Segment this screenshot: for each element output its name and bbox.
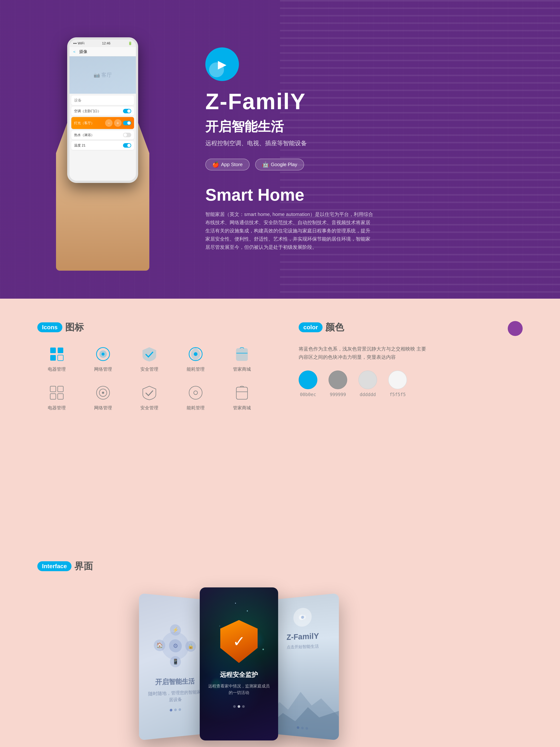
device-item-3[interactable]: 温度 21 xyxy=(71,141,134,150)
network-mgmt-label: 网络管理 xyxy=(94,366,112,372)
device-name-2: 热水（淋浴） xyxy=(74,133,94,137)
device-item-0[interactable]: 空调（主卧门口） xyxy=(71,107,134,115)
middle-section: Icons 图标 电器管理 xyxy=(0,299,560,560)
dot-0 xyxy=(170,709,172,711)
swatch-blue: 00b0ec xyxy=(299,370,317,397)
right-screen-content: Z-FamilY 点击开始智能生活 xyxy=(269,593,339,741)
network-mgmt-outline-item[interactable]: 网络管理 xyxy=(84,383,123,411)
svg-point-17 xyxy=(189,386,202,399)
app-logo-bubble xyxy=(209,62,224,77)
right-app-logo xyxy=(294,607,312,627)
lightgray-hex: dddddd xyxy=(360,392,376,397)
svg-rect-12 xyxy=(50,394,56,399)
right-app-name: Z-FamilY xyxy=(286,632,319,642)
phone-device-label: 设备 xyxy=(71,96,134,105)
left-screen-content: ⚡ 📱 🏠 🔒 ⚙ 开启智能生活 随时随地，管理您的智能家居设备 xyxy=(139,593,208,741)
gray-circle xyxy=(329,370,347,389)
shop-outline-icon xyxy=(233,383,251,402)
svg-point-6 xyxy=(102,353,104,356)
toggle-0[interactable] xyxy=(123,109,131,113)
device-section-label: 设备 xyxy=(74,98,82,103)
outline-icons-grid: 电器管理 网络管理 xyxy=(37,383,261,411)
starry-bg xyxy=(200,587,278,741)
dot-2 xyxy=(179,708,181,711)
security-mgmt-item[interactable]: 安全管理 xyxy=(130,345,169,372)
phone-nav-title: 摄像 xyxy=(79,49,87,54)
color-tag: color xyxy=(299,323,323,332)
right-circle-icon: 🔒 xyxy=(185,641,196,652)
hero-subtitle: 远程控制空调、电视、插座等智能设备 xyxy=(205,139,523,148)
device-controls-1: － ＋ xyxy=(105,119,131,127)
hero-right-content: Z-FamilY 开启智能生活 远程控制空调、电视、插座等智能设备 🍎 App … xyxy=(205,47,523,252)
minus-icon[interactable]: － xyxy=(105,119,112,127)
star-3 xyxy=(262,649,264,650)
icons-title: 图标 xyxy=(65,321,84,334)
camera-feed: 📷 客厅 xyxy=(70,56,136,94)
android-label: Google Play xyxy=(271,162,297,168)
phone-time: 12:46 xyxy=(102,42,110,45)
svg-rect-11 xyxy=(58,386,63,392)
svg-point-8 xyxy=(194,352,198,356)
android-download-button[interactable]: 🤖 Google Play xyxy=(255,159,304,171)
phone-screen: ▪▪▪ WiFi 12:46 🔋 ＜ 摄像 📷 客厅 设备 xyxy=(70,40,136,181)
energy-mgmt-outline-icon xyxy=(186,383,205,402)
back-icon: ＜ xyxy=(72,49,76,54)
right-dot-0 xyxy=(297,726,299,729)
toggle-1[interactable] xyxy=(123,121,131,125)
hero-content: ▪▪▪ WiFi 12:46 🔋 ＜ 摄像 📷 客厅 设备 xyxy=(37,28,523,271)
security-mgmt-outline-label: 安全管理 xyxy=(141,405,158,411)
left-screen-dots xyxy=(170,708,181,712)
smart-home-title: Smart Home xyxy=(205,185,523,205)
phone-status-bar: ▪▪▪ WiFi 12:46 🔋 xyxy=(70,40,136,47)
white-circle xyxy=(388,370,407,389)
plus-icon[interactable]: ＋ xyxy=(114,119,122,127)
energy-mgmt-item[interactable]: 能耗管理 xyxy=(176,345,215,372)
power-mgmt-outline-item[interactable]: 电器管理 xyxy=(37,383,76,411)
toggle-2[interactable] xyxy=(123,133,131,137)
app-name: Z-FamilY xyxy=(205,88,523,114)
shop-label: 管家商城 xyxy=(233,366,251,372)
apple-icon: 🍎 xyxy=(212,161,219,168)
icons-section-label: Icons 图标 xyxy=(37,321,84,334)
icons-tag: Icons xyxy=(37,323,62,332)
ios-download-button[interactable]: 🍎 App Store xyxy=(205,159,250,171)
right-screen-inner: Z-FamilY 点击开始智能生活 xyxy=(274,605,333,652)
toggle-3[interactable] xyxy=(123,143,131,148)
security-mgmt-outline-item[interactable]: 安全管理 xyxy=(130,383,169,411)
right-dot-2 xyxy=(306,727,308,730)
power-mgmt-outline-label: 电器管理 xyxy=(48,405,66,411)
star-4 xyxy=(235,603,236,604)
white-hex: f5f5f5 xyxy=(389,392,406,397)
security-mgmt-outline-icon xyxy=(140,383,159,402)
color-description: 将蓝色作为主色系，浅灰色背景沉静大方与之交相映映 主要内容区之间的色块冲击力明显… xyxy=(299,345,429,361)
android-icon: 🤖 xyxy=(262,161,269,168)
security-mgmt-label: 安全管理 xyxy=(141,366,158,372)
phone-signal: ▪▪▪ WiFi xyxy=(73,42,84,45)
shield-icon: ✓ xyxy=(220,620,258,663)
network-mgmt-item[interactable]: 网络管理 xyxy=(84,345,123,372)
phone-device-list: 设备 空调（主卧门口） 灯光（客厅） － ＋ xyxy=(70,94,136,153)
right-dot-1 xyxy=(301,726,304,729)
bottom-section: Interface 界面 ⚡ 📱 🏠 🔒 ⚙ 开启智能生活 随时随地，管理您的智… xyxy=(0,560,560,747)
shield-check-icon: ✓ xyxy=(233,633,245,650)
right-screen-subtitle: 点击开始智能生活 xyxy=(287,643,319,650)
svg-rect-3 xyxy=(58,355,63,361)
energy-mgmt-outline-item[interactable]: 能耗管理 xyxy=(176,383,215,411)
device-item-1[interactable]: 灯光（客厅） － ＋ xyxy=(71,117,134,129)
device-item-2[interactable]: 热水（淋浴） xyxy=(71,130,134,139)
interface-title: 界面 xyxy=(74,560,93,572)
color-section-label: color 颜色 xyxy=(299,321,344,334)
left-screen-title: 开启智能生活 xyxy=(147,676,202,688)
purple-dot-decoration xyxy=(508,321,523,336)
shop-item[interactable]: 管家商城 xyxy=(223,345,261,372)
shop-icon xyxy=(233,345,251,363)
power-mgmt-item[interactable]: 电器管理 xyxy=(37,345,76,372)
energy-mgmt-label: 能耗管理 xyxy=(187,366,205,372)
network-mgmt-icon xyxy=(94,345,112,363)
left-screen-text: 开启智能生活 随时随地，管理您的智能家居设备 xyxy=(147,676,202,704)
section-columns: Icons 图标 电器管理 xyxy=(37,321,523,422)
shop-outline-item[interactable]: 管家商城 xyxy=(223,383,261,411)
download-buttons: 🍎 App Store 🤖 Google Play xyxy=(205,159,523,171)
color-column: color 颜色 将蓝色作为主色系，浅灰色背景沉静大方与之交相映映 主要内容区之… xyxy=(299,321,523,422)
network-mgmt-outline-label: 网络管理 xyxy=(94,405,112,411)
